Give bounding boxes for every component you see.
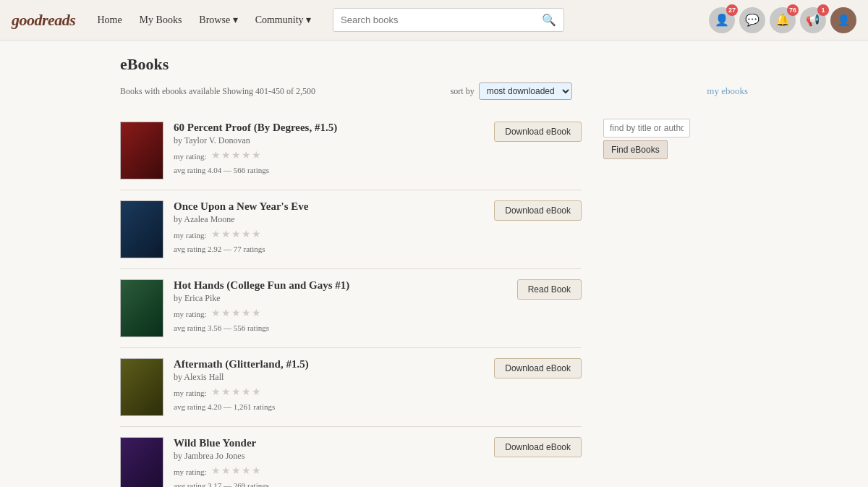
star-5: ★ <box>252 307 261 319</box>
friend-icon: 👤 <box>715 13 729 27</box>
star-2: ★ <box>221 307 231 319</box>
messages-icon[interactable]: 💬 <box>739 7 765 33</box>
nav-home[interactable]: Home <box>90 10 129 30</box>
star-rating[interactable]: ★ ★ ★ ★ ★ <box>211 386 261 398</box>
star-rating[interactable]: ★ ★ ★ ★ ★ <box>211 149 261 161</box>
book-list: 60 Percent Proof (By Degrees, #1.5) by T… <box>120 111 582 487</box>
updates-icon[interactable]: 📢 1 <box>800 7 826 33</box>
download-ebook-button[interactable]: Download eBook <box>494 437 582 457</box>
book-author: by Erica Pike <box>174 293 477 304</box>
find-ebook-input[interactable] <box>603 119 690 137</box>
read-book-button[interactable]: Read Book <box>517 279 582 300</box>
nav-my-books[interactable]: My Books <box>132 10 190 30</box>
rating-label: my rating: <box>174 467 207 476</box>
book-info: 60 Percent Proof (By Degrees, #1.5) by T… <box>174 122 477 174</box>
star-2: ★ <box>221 149 231 161</box>
header-icons: 👤 27 💬 🔔 76 📢 1 👤 <box>709 7 856 33</box>
book-action: Download eBook <box>488 358 582 378</box>
rating-label: my rating: <box>174 389 207 397</box>
notifications-icon[interactable]: 🔔 76 <box>770 7 796 33</box>
star-2: ★ <box>221 228 231 240</box>
sort-area: sort by most downloaded title author avg… <box>451 82 572 100</box>
book-title[interactable]: Once Upon a New Year's Eve <box>174 200 477 213</box>
rating-label: my rating: <box>174 310 207 318</box>
sort-select[interactable]: most downloaded title author avg rating … <box>479 82 572 100</box>
table-row: Aftermath (Glitterland, #1.5) by Alexis … <box>120 348 582 427</box>
book-author: by Azalea Moone <box>174 214 477 225</box>
book-author: by Jambrea Jo Jones <box>174 451 477 462</box>
main-nav: Home My Books Browse ▾ Community ▾ <box>90 9 318 30</box>
book-title[interactable]: 60 Percent Proof (By Degrees, #1.5) <box>174 122 477 134</box>
book-action: Download eBook <box>488 200 582 221</box>
table-row: Hot Hands (College Fun and Gays #1) by E… <box>120 269 582 348</box>
search-button[interactable]: 🔍 <box>535 9 563 31</box>
avg-rating: avg rating 4.04 — 566 ratings <box>174 166 477 174</box>
avg-rating: avg rating 2.92 — 77 ratings <box>174 245 477 253</box>
star-5: ★ <box>252 228 261 240</box>
my-ebooks-link[interactable]: my ebooks <box>707 85 748 97</box>
book-cover <box>120 200 163 258</box>
star-1: ★ <box>211 307 221 319</box>
bell-icon: 🔔 <box>775 13 790 27</box>
logo[interactable]: goodreads <box>12 11 75 30</box>
book-title[interactable]: Aftermath (Glitterland, #1.5) <box>174 358 477 370</box>
search-bar: 🔍 <box>333 8 564 32</box>
my-rating-row: my rating: ★ ★ ★ ★ ★ <box>174 307 477 321</box>
message-icon: 💬 <box>745 13 760 27</box>
avatar-icon: 👤 <box>837 14 851 27</box>
star-4: ★ <box>242 386 251 398</box>
book-cover <box>120 279 163 337</box>
download-ebook-button[interactable]: Download eBook <box>494 200 582 221</box>
friend-requests-icon[interactable]: 👤 27 <box>709 7 735 33</box>
header: goodreads Home My Books Browse ▾ Communi… <box>0 0 868 41</box>
star-3: ★ <box>231 149 241 161</box>
content-area: 60 Percent Proof (By Degrees, #1.5) by T… <box>120 111 748 487</box>
avg-rating: avg rating 3.17 — 269 ratings <box>174 481 477 487</box>
nav-browse[interactable]: Browse ▾ <box>192 9 244 30</box>
toolbar: Books with ebooks available Showing 401-… <box>120 82 748 100</box>
table-row: Wild Blue Yonder by Jambrea Jo Jones my … <box>120 427 582 487</box>
download-ebook-button[interactable]: Download eBook <box>494 358 582 378</box>
star-5: ★ <box>252 149 261 161</box>
search-input[interactable] <box>333 10 535 30</box>
book-info: Hot Hands (College Fun and Gays #1) by E… <box>174 279 477 332</box>
notifications-badge: 76 <box>787 4 799 16</box>
book-title[interactable]: Hot Hands (College Fun and Gays #1) <box>174 279 477 292</box>
book-action: Read Book <box>488 279 582 300</box>
main-content: eBooks Books with ebooks available Showi… <box>109 41 760 487</box>
user-avatar[interactable]: 👤 <box>830 7 856 33</box>
download-ebook-button[interactable]: Download eBook <box>494 122 582 142</box>
star-4: ★ <box>242 307 251 319</box>
star-4: ★ <box>242 228 251 240</box>
star-4: ★ <box>242 465 251 477</box>
my-rating-row: my rating: ★ ★ ★ ★ ★ <box>174 149 477 164</box>
my-rating-row: my rating: ★ ★ ★ ★ ★ <box>174 386 477 400</box>
star-rating[interactable]: ★ ★ ★ ★ ★ <box>211 465 261 477</box>
nav-community[interactable]: Community ▾ <box>248 9 318 30</box>
my-rating-row: my rating: ★ ★ ★ ★ ★ <box>174 228 477 242</box>
book-author: by Alexis Hall <box>174 372 477 383</box>
table-row: Once Upon a New Year's Eve by Azalea Moo… <box>120 190 582 269</box>
find-ebooks-button[interactable]: Find eBooks <box>603 140 668 159</box>
avg-rating: avg rating 3.56 — 556 ratings <box>174 323 477 332</box>
friend-requests-badge: 27 <box>726 4 738 16</box>
book-info: Once Upon a New Year's Eve by Azalea Moo… <box>174 200 477 253</box>
book-info: Wild Blue Yonder by Jambrea Jo Jones my … <box>174 437 477 487</box>
star-rating[interactable]: ★ ★ ★ ★ ★ <box>211 228 261 240</box>
book-action: Download eBook <box>488 122 582 142</box>
star-5: ★ <box>252 465 261 477</box>
star-1: ★ <box>211 228 221 240</box>
book-info: Aftermath (Glitterland, #1.5) by Alexis … <box>174 358 477 411</box>
sidebar: Find eBooks <box>603 111 748 487</box>
updates-badge: 1 <box>817 4 829 16</box>
star-1: ★ <box>211 465 221 477</box>
my-rating-row: my rating: ★ ★ ★ ★ ★ <box>174 465 477 479</box>
star-3: ★ <box>231 228 241 240</box>
book-cover <box>120 358 163 416</box>
star-3: ★ <box>231 465 241 477</box>
book-title[interactable]: Wild Blue Yonder <box>174 437 477 449</box>
showing-text: Books with ebooks available Showing 401-… <box>120 86 315 97</box>
star-rating[interactable]: ★ ★ ★ ★ ★ <box>211 307 261 319</box>
page-title: eBooks <box>120 55 748 74</box>
sort-label: sort by <box>451 86 475 97</box>
